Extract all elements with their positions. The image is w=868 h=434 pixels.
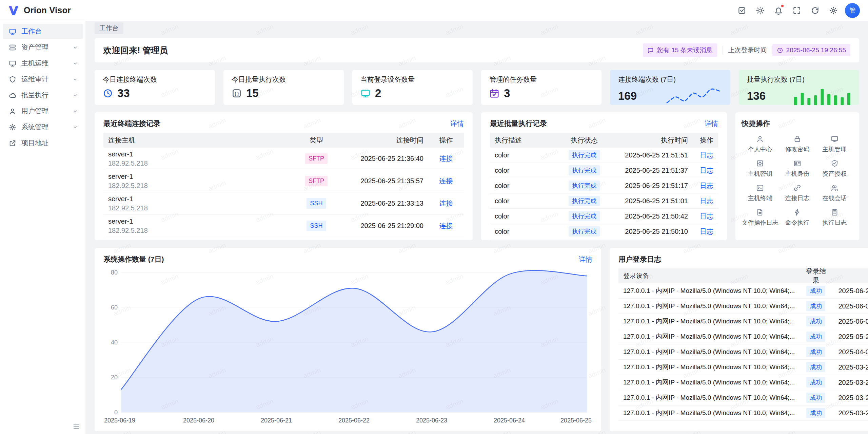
sidebar-item-asset-management[interactable]: 资产管理 bbox=[3, 40, 83, 55]
terminal-record-row: server-1182.92.5.218SSH2025-06-25 21:33:… bbox=[103, 192, 464, 215]
sidebar-item-system-management[interactable]: 系统管理 bbox=[3, 119, 83, 135]
refresh-icon[interactable] bbox=[808, 3, 823, 18]
unread-messages-badge[interactable]: 您有 15 条未读消息 bbox=[643, 43, 717, 57]
chevron-down-icon bbox=[73, 93, 78, 98]
stats-row: 今日连接终端次数33今日批量执行次数{ }15当前登录设备数量2管理的任务数量3… bbox=[95, 70, 859, 105]
quick-action-host-management[interactable]: 主机管理 bbox=[816, 132, 853, 156]
batch-records-detail-link[interactable]: 详情 bbox=[705, 119, 718, 128]
svg-text:{ }: { } bbox=[234, 91, 239, 96]
brand[interactable]: Orion Visor bbox=[7, 4, 71, 17]
sidebar-item-ops-audit[interactable]: 运维审计 bbox=[3, 72, 83, 87]
column-header: 执行描述 bbox=[490, 136, 555, 145]
connect-link[interactable]: 连接 bbox=[439, 155, 453, 162]
login-time: 2025-03-29 17:42:50 bbox=[832, 363, 868, 371]
quick-action-label: 个人中心 bbox=[748, 145, 772, 153]
quick-action-host-identity[interactable]: 主机身份 bbox=[779, 156, 816, 181]
terminal-icon bbox=[756, 184, 764, 192]
quick-action-personal-center[interactable]: 个人中心 bbox=[742, 132, 779, 156]
login-device: 127.0.0.1 - 内网IP - Mozilla/5.0 (Windows … bbox=[618, 317, 800, 326]
exec-time: 2025-06-25 21:51:37 bbox=[613, 167, 693, 174]
unread-messages-text: 您有 15 条未读消息 bbox=[657, 46, 713, 55]
column-header: 类型 bbox=[294, 136, 338, 145]
id-card-icon bbox=[793, 159, 801, 167]
quick-action-command-execution[interactable]: 命令执行 bbox=[779, 205, 816, 230]
fullscreen-icon[interactable] bbox=[789, 3, 804, 18]
checkbox-icon[interactable] bbox=[734, 3, 749, 18]
column-header: 执行状态 bbox=[555, 136, 613, 145]
quick-action-asset-authorization[interactable]: 资产授权 bbox=[816, 156, 853, 181]
clipboard-icon bbox=[831, 208, 839, 216]
batch-records-title: 最近批量执行记录 bbox=[490, 119, 547, 128]
quick-action-host-keys[interactable]: 主机密钥 bbox=[742, 156, 779, 181]
chevron-down-icon bbox=[73, 61, 78, 66]
quick-action-label: 资产授权 bbox=[822, 170, 847, 178]
sidebar-item-project-link[interactable]: 项目地址 bbox=[3, 135, 83, 151]
theme-toggle-sun-icon[interactable] bbox=[753, 3, 768, 18]
notifications-bell-icon[interactable] bbox=[771, 3, 786, 18]
stat-value: 33 bbox=[117, 87, 130, 100]
log-link[interactable]: 日志 bbox=[700, 182, 713, 189]
stat-value: 169 bbox=[618, 90, 637, 102]
stat-title: 批量执行次数 (7日) bbox=[747, 75, 851, 84]
welcome-title: 欢迎回来! 管理员 bbox=[103, 45, 168, 56]
exec-status-badge: 执行完成 bbox=[569, 165, 600, 176]
settings-gear-icon[interactable] bbox=[826, 3, 841, 18]
calendar-check-icon bbox=[489, 88, 499, 98]
log-link[interactable]: 日志 bbox=[700, 167, 713, 174]
log-link[interactable]: 日志 bbox=[700, 197, 713, 205]
sidebar-item-user-management[interactable]: 用户管理 bbox=[3, 103, 83, 119]
column-header: 登录结果 bbox=[800, 267, 832, 285]
protocol-badge: SSH bbox=[307, 198, 326, 209]
quick-action-label: 连接日志 bbox=[785, 194, 809, 202]
login-time: 2025-03-22 01:01:31 bbox=[832, 379, 868, 386]
login-device: 127.0.0.1 - 内网IP - Mozilla/5.0 (Windows … bbox=[618, 302, 800, 310]
shield-check-icon bbox=[831, 159, 839, 167]
connect-time: 2025-06-25 21:29:00 bbox=[338, 222, 428, 230]
login-device: 127.0.0.1 - 内网IP - Mozilla/5.0 (Windows … bbox=[618, 347, 800, 356]
terminal-records-detail-link[interactable]: 详情 bbox=[450, 119, 464, 128]
sidebar-item-workbench[interactable]: 工作台 bbox=[3, 24, 83, 39]
welcome-banner: 欢迎回来! 管理员 您有 15 条未读消息 上次登录时间 2025-06-25 … bbox=[95, 38, 859, 62]
breadcrumb-item-workbench[interactable]: 工作台 bbox=[95, 22, 123, 34]
monitor-icon bbox=[831, 135, 839, 143]
protocol-badge: SFTP bbox=[305, 176, 328, 186]
shield-icon bbox=[9, 76, 16, 83]
host-cell: server-1182.92.5.218 bbox=[103, 150, 294, 168]
quick-action-label: 修改密码 bbox=[785, 145, 809, 153]
login-device: 127.0.0.1 - 内网IP - Mozilla/5.0 (Windows … bbox=[618, 378, 800, 387]
host-cell: server-1182.92.5.218 bbox=[103, 172, 294, 190]
quick-actions-grid: 个人中心修改密码主机管理主机密钥主机身份资产授权主机终端连接日志在线会话文件操作… bbox=[742, 132, 853, 230]
system-operations-title: 系统操作数量 (7日) bbox=[103, 254, 164, 264]
quick-action-host-terminal[interactable]: 主机终端 bbox=[742, 181, 779, 205]
external-link-icon bbox=[9, 139, 16, 147]
log-link[interactable]: 日志 bbox=[700, 212, 713, 220]
connect-link[interactable]: 连接 bbox=[439, 222, 453, 229]
log-link[interactable]: 日志 bbox=[700, 228, 713, 235]
quick-action-connection-logs[interactable]: 连接日志 bbox=[779, 181, 816, 205]
sidebar-item-label: 运维审计 bbox=[21, 75, 67, 84]
login-device: 127.0.0.1 - 内网IP - Mozilla/5.0 (Windows … bbox=[618, 363, 800, 372]
login-time: 2025-03-21 23:53:43 bbox=[832, 409, 868, 417]
connect-link[interactable]: 连接 bbox=[439, 200, 453, 207]
sidebar-item-batch-execution[interactable]: 批量执行 bbox=[3, 88, 83, 103]
login-logs-table: 登录设备登录结果登录时间127.0.0.1 - 内网IP - Mozilla/5… bbox=[618, 268, 868, 421]
chevron-down-icon bbox=[73, 125, 78, 130]
quick-action-file-operation-logs[interactable]: 文件操作日志 bbox=[742, 205, 779, 230]
svg-text:2025-06-25: 2025-06-25 bbox=[560, 417, 592, 424]
log-link[interactable]: 日志 bbox=[700, 151, 713, 159]
monitor-icon bbox=[360, 88, 371, 98]
collapse-sidebar-icon[interactable] bbox=[73, 422, 80, 430]
connect-link[interactable]: 连接 bbox=[439, 177, 453, 185]
user-avatar[interactable]: 管 bbox=[845, 3, 860, 18]
quick-action-label: 在线会话 bbox=[822, 194, 847, 202]
sidebar-item-host-operations[interactable]: 主机运维 bbox=[3, 56, 83, 71]
login-result-badge: 成功 bbox=[806, 347, 825, 357]
sidebar-item-label: 系统管理 bbox=[21, 122, 67, 132]
server-icon bbox=[9, 44, 16, 51]
login-device: 127.0.0.1 - 内网IP - Mozilla/5.0 (Windows … bbox=[618, 409, 800, 417]
quick-action-change-password[interactable]: 修改密码 bbox=[779, 132, 816, 156]
quick-action-execution-logs[interactable]: 执行日志 bbox=[816, 205, 853, 230]
system-operations-detail-link[interactable]: 详情 bbox=[579, 255, 592, 264]
quick-action-online-sessions[interactable]: 在线会话 bbox=[816, 181, 853, 205]
svg-text:40: 40 bbox=[111, 339, 118, 346]
